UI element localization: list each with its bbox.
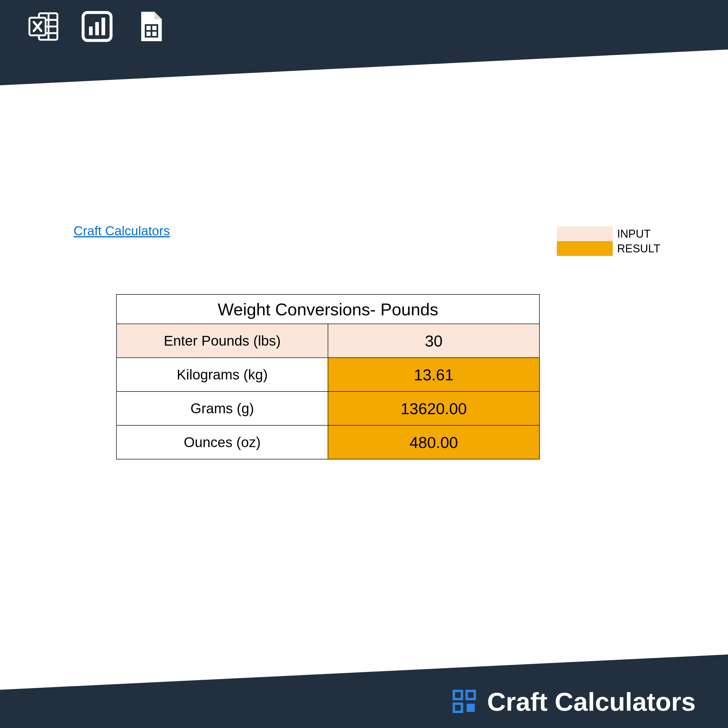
site-link[interactable]: Craft Calculators [73,223,170,238]
row-label-oz: Ounces (oz) [116,425,328,459]
row-label-g: Grams (g) [116,392,328,425]
row-value-oz: 480.00 [328,425,540,459]
excel-icon [26,9,62,45]
row-value-kg: 13.61 [328,358,540,392]
svg-rect-13 [454,691,462,699]
legend-swatch-result [557,241,613,256]
row-label-kg: Kilograms (kg) [116,358,328,392]
svg-rect-14 [466,691,475,699]
row-value-pounds[interactable]: 30 [328,324,540,358]
svg-rect-16 [466,704,475,712]
legend-swatch-input [557,226,613,241]
table-row: Grams (g) 13620.00 [116,392,540,425]
svg-rect-8 [95,22,99,35]
top-banner [0,0,728,85]
legend-row-result: RESULT [557,241,660,256]
row-label-pounds: Enter Pounds (lbs) [116,324,328,358]
legend: INPUT RESULT [557,226,660,256]
dashboard-icon [80,9,115,45]
svg-rect-9 [101,18,105,35]
table-title: Weight Conversions- Pounds [116,294,540,324]
brand-logo-icon [450,687,478,717]
top-icon-row [26,9,168,45]
bottom-banner: Craft Calculators [0,655,728,728]
legend-row-input: INPUT [557,226,660,241]
row-value-g: 13620.00 [328,392,540,425]
table-row: Kilograms (kg) 13.61 [116,358,540,392]
legend-label-input: INPUT [613,228,651,240]
svg-rect-7 [89,26,93,35]
svg-rect-15 [454,704,462,712]
brand-text: Craft Calculators [487,687,696,717]
sheets-icon [132,9,168,45]
table-row: Enter Pounds (lbs) 30 [116,324,540,358]
brand: Craft Calculators [450,687,696,717]
table-row: Ounces (oz) 480.00 [116,425,540,459]
legend-label-result: RESULT [613,242,660,255]
conversion-table: Weight Conversions- Pounds Enter Pounds … [116,294,540,459]
